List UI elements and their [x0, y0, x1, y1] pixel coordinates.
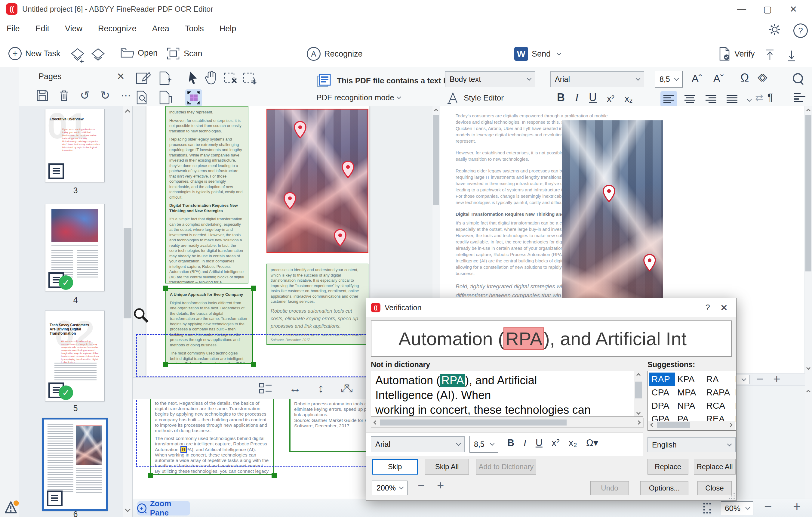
scan-button[interactable]: Scan: [166, 47, 202, 60]
close-pages-panel-icon[interactable]: ✕: [117, 71, 125, 82]
menu-item[interactable]: Area: [152, 24, 169, 33]
font-family-select[interactable]: Arial: [550, 71, 644, 87]
suggestions-hscrollbar[interactable]: [648, 421, 735, 430]
open-button[interactable]: Open: [120, 47, 157, 59]
skip-button[interactable]: Skip: [372, 459, 418, 474]
undo-button[interactable]: Undo: [590, 481, 629, 495]
suggestion-item[interactable]: MPA: [675, 386, 704, 399]
fit-width-icon[interactable]: ↔: [289, 382, 301, 395]
bold-button[interactable]: B: [557, 91, 565, 104]
reorder-areas-icon[interactable]: [242, 71, 257, 85]
export-arrow-icon[interactable]: [786, 49, 798, 63]
superscript-button[interactable]: x²: [552, 437, 560, 448]
suggestion-item[interactable]: RAP: [649, 373, 675, 386]
suggestion-item[interactable]: NPA: [675, 399, 704, 412]
decrease-font-icon[interactable]: Aˇ: [713, 73, 724, 84]
align-right-button[interactable]: [702, 91, 719, 107]
zoom-out-icon[interactable]: −: [756, 372, 763, 386]
new-task-button[interactable]: + New Task: [8, 47, 60, 60]
scroll-up-icon[interactable]: [634, 372, 643, 379]
text-area-block[interactable]: processes to identify and understand you…: [266, 264, 369, 345]
page-thumbnail-4[interactable]: ✓: [45, 204, 105, 291]
text-hscrollbar[interactable]: [371, 418, 644, 428]
cursor-icon[interactable]: [187, 71, 200, 85]
resize-grip[interactable]: [729, 493, 735, 499]
scroll-right-icon[interactable]: [635, 419, 642, 426]
subscript-button[interactable]: x₂: [625, 93, 633, 104]
image-area-block[interactable]: [266, 109, 369, 253]
zoom-in-icon[interactable]: +: [793, 499, 801, 514]
close-button[interactable]: ✕: [784, 2, 803, 16]
dialog-font-size-select[interactable]: 8,5: [469, 436, 498, 453]
area-handle[interactable]: [163, 285, 168, 291]
chevron-down-icon[interactable]: [557, 51, 561, 55]
zoom-page-icon[interactable]: [136, 90, 151, 104]
help-icon[interactable]: ?: [793, 24, 808, 38]
warning-icon[interactable]: [4, 500, 20, 516]
suggestion-item[interactable]: CPA: [649, 386, 675, 399]
paragraph-direction-icon[interactable]: ¶: [767, 91, 773, 107]
search-icon[interactable]: [793, 73, 803, 85]
scrollbar-thumb[interactable]: [635, 382, 642, 399]
font-size-select[interactable]: 8,5: [655, 71, 683, 87]
area-handle[interactable]: [271, 473, 277, 478]
copy-page-icon[interactable]: [159, 90, 172, 104]
page-thumbnail-5[interactable]: 02 Tech Savvy Customers Are Driving Digi…: [45, 310, 105, 402]
save-icon[interactable]: [37, 90, 48, 101]
suggestion-item[interactable]: DPA: [649, 399, 675, 412]
alignment-more-icon[interactable]: [747, 97, 752, 102]
scroll-up-icon[interactable]: [123, 108, 132, 116]
scroll-left-icon[interactable]: [372, 419, 379, 426]
pages-scrollbar[interactable]: [123, 106, 132, 517]
scroll-up-icon[interactable]: [432, 107, 440, 114]
align-center-button[interactable]: [682, 91, 698, 107]
main-zoom-select[interactable]: 60%: [721, 501, 753, 515]
delete-icon[interactable]: [59, 90, 69, 101]
replace-button[interactable]: Replace: [647, 459, 688, 474]
dialog-close-icon[interactable]: ✕: [720, 302, 736, 313]
add-to-dictionary-button[interactable]: Add to Dictionary: [476, 459, 536, 474]
suggestion-item[interactable]: RAPA: [704, 386, 733, 399]
scroll-up-icon[interactable]: [805, 107, 812, 114]
suggestion-item[interactable]: KPA: [675, 373, 704, 386]
zoom-out-icon[interactable]: −: [418, 479, 425, 492]
dialog-zoom-select[interactable]: 200%: [372, 481, 407, 495]
recognize-button[interactable]: A Recognize: [307, 47, 363, 61]
scroll-down-icon[interactable]: [634, 409, 643, 416]
bold-button[interactable]: B: [508, 437, 514, 448]
import-arrow-icon[interactable]: [764, 49, 776, 63]
italic-button[interactable]: I: [523, 437, 527, 448]
menu-item[interactable]: View: [65, 24, 82, 33]
area-handle[interactable]: [251, 285, 256, 291]
fit-page-icon[interactable]: ⤢⤡: [341, 382, 347, 394]
recognition-area-tool[interactable]: [185, 89, 202, 106]
rotate-right-icon[interactable]: ↻: [100, 89, 110, 102]
edit-image-icon[interactable]: [136, 71, 151, 85]
rotate-left-icon[interactable]: ↺: [80, 89, 90, 102]
add-pages-icon[interactable]: [70, 48, 85, 64]
suggestion-item[interactable]: RPA: [733, 373, 736, 386]
align-left-button[interactable]: [661, 91, 677, 107]
insert-symbol-icon[interactable]: Ω: [741, 71, 749, 84]
scroll-up-icon[interactable]: [805, 388, 812, 396]
skip-all-button[interactable]: Skip All: [425, 459, 469, 474]
pdf-recognition-mode-menu[interactable]: PDF recognition mode: [316, 93, 401, 102]
send-to-word-button[interactable]: W Send: [514, 47, 560, 61]
hyperlink-icon[interactable]: ⧉: [755, 71, 770, 85]
zoom-in-icon[interactable]: +: [437, 479, 444, 492]
dialog-close-button[interactable]: Close: [697, 481, 732, 495]
verification-text-editor[interactable]: Automation (RPA), and Artificial Intelli…: [371, 371, 643, 417]
delete-area-icon[interactable]: [223, 71, 238, 85]
suggestion-item[interactable]: RA: [704, 373, 733, 386]
underline-button[interactable]: U: [535, 437, 543, 448]
options-button[interactable]: Options...: [640, 481, 688, 495]
marquee-zoom-icon[interactable]: [703, 502, 716, 515]
text-pane-scrollbar[interactable]: [805, 106, 812, 499]
dialog-font-select[interactable]: Arial: [371, 436, 465, 452]
style-editor-button[interactable]: Style Editor: [447, 92, 504, 104]
scroll-left-icon[interactable]: [649, 421, 656, 429]
suggestion-item[interactable]: RPA: [733, 386, 736, 399]
suggestions-list[interactable]: RAPCPADPAGPAKPAMPANPAPARARAPARCAREARPARP…: [647, 371, 736, 431]
dialog-help-icon[interactable]: ?: [695, 303, 720, 312]
text-scrollbar[interactable]: [634, 371, 643, 416]
